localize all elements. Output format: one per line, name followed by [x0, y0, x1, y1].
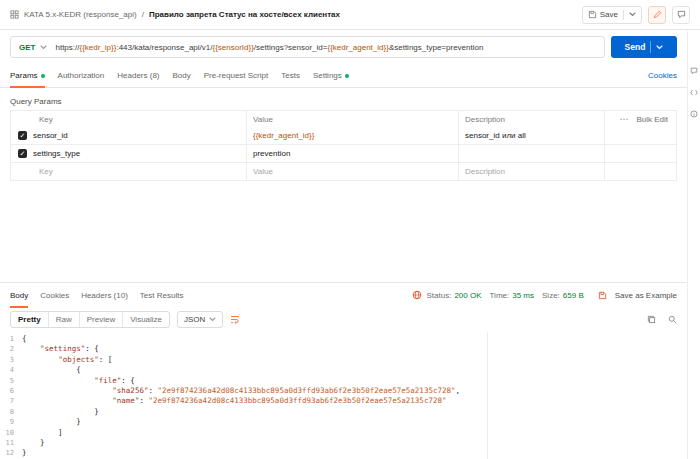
comments-button[interactable]: [672, 6, 690, 24]
edit-request-button[interactable]: [648, 6, 666, 24]
query-params-table: Key Value Description ⋯ Bulk Edit ✓senso…: [10, 110, 677, 181]
response-view-switcher: PrettyRawPreviewVisualize: [10, 311, 170, 328]
tab-label: Tests: [281, 71, 300, 80]
param-actions-cell: [605, 145, 676, 162]
param-actions-cell: [605, 163, 676, 180]
url-input[interactable]: https://{{kedr_ip}}:443/kata/response_ap…: [55, 43, 604, 52]
code-line: 1{: [0, 334, 687, 344]
send-label: Send: [625, 42, 646, 52]
save-example-icon: [598, 291, 607, 300]
tab-settings[interactable]: Settings: [313, 64, 349, 87]
line-number: 6: [0, 386, 22, 396]
response-header: BodyCookiesHeaders (10)Test Results Stat…: [0, 283, 687, 307]
time-label: Time:: [490, 291, 510, 300]
response-tabs: BodyCookiesHeaders (10)Test Results: [10, 283, 183, 307]
view-tab-pretty[interactable]: Pretty: [11, 312, 49, 327]
size-value: 659 B: [563, 291, 584, 300]
param-key-text: settings_type: [33, 149, 80, 158]
request-tabs: ParamsAuthorizationHeaders (8)BodyPre-re…: [10, 64, 349, 87]
method-select[interactable]: GET: [11, 43, 55, 52]
params-header-row: Key Value Description ⋯ Bulk Edit: [11, 111, 676, 127]
param-description-cell[interactable]: [459, 145, 605, 162]
url-text: &settings_type=prevention: [389, 43, 484, 52]
comment-icon: [690, 67, 698, 75]
code-line: 3 "objects": [: [0, 355, 687, 365]
view-tab-preview[interactable]: Preview: [80, 312, 123, 327]
save-button[interactable]: Save: [582, 6, 642, 24]
code-line: 2 "settings": {: [0, 344, 687, 354]
row-checkbox[interactable]: ✓: [18, 131, 27, 140]
line-number: 3: [0, 355, 22, 365]
param-value-cell[interactable]: prevention: [247, 145, 459, 162]
url-variable: {{sensorId}}: [212, 43, 253, 52]
send-button[interactable]: Send: [611, 36, 677, 58]
param-value-cell[interactable]: {{kedr_agent_id}}: [247, 127, 459, 144]
tab-authorization[interactable]: Authorization: [58, 64, 105, 87]
info-button[interactable]: [690, 110, 698, 118]
line-number: 11: [0, 438, 22, 448]
more-options-icon[interactable]: ⋯: [619, 115, 629, 124]
copy-icon[interactable]: [647, 315, 656, 324]
response-tab-body[interactable]: Body: [10, 283, 28, 307]
language-chevron-icon: [209, 317, 216, 322]
request-tabs-row: ParamsAuthorizationHeaders (8)BodyPre-re…: [0, 64, 687, 88]
column-header-description: Description: [459, 111, 605, 127]
tab-label: Settings: [313, 71, 342, 80]
language-select[interactable]: JSON: [177, 311, 223, 328]
tab-label: Authorization: [58, 71, 105, 80]
param-key-text: Key: [39, 167, 53, 176]
tab-body[interactable]: Body: [173, 64, 191, 87]
column-header-key: Key: [11, 111, 247, 127]
line-number: 10: [0, 428, 22, 438]
collection-grid-icon: [10, 10, 19, 19]
breadcrumb-collection[interactable]: KATA 5.x-KEDR (response_api): [24, 10, 137, 19]
response-tab-cookies[interactable]: Cookies: [40, 283, 69, 307]
param-key-cell[interactable]: Key: [11, 163, 247, 180]
save-chevron-icon[interactable]: [629, 12, 636, 17]
url-text: https://: [55, 43, 79, 52]
tab-headers-8[interactable]: Headers (8): [117, 64, 159, 87]
query-params-title: Query Params: [0, 88, 700, 110]
response-tab-headers-10[interactable]: Headers (10): [81, 283, 128, 307]
line-number: 12: [0, 448, 22, 458]
code-snippet-button[interactable]: [690, 89, 698, 96]
save-as-example-button[interactable]: Save as Example: [598, 291, 677, 300]
toolbar-right-actions: [647, 315, 677, 324]
bulk-edit-link[interactable]: Bulk Edit: [636, 115, 668, 124]
network-info-icon[interactable]: [412, 290, 422, 300]
param-description-cell[interactable]: Description: [459, 163, 605, 180]
wrap-text-icon[interactable]: [230, 315, 240, 324]
status-value: 200 OK: [454, 291, 481, 300]
response-body-editor[interactable]: 1{2 "settings": {3 "objects": [4 {5 "fil…: [0, 332, 687, 459]
param-key-cell[interactable]: ✓settings_type: [11, 145, 247, 162]
param-description-cell[interactable]: sensor_id или all: [459, 127, 605, 144]
tab-label: Pre-request Script: [204, 71, 268, 80]
response-toolbar: PrettyRawPreviewVisualize JSON: [0, 307, 687, 332]
response-tab-test-results[interactable]: Test Results: [140, 283, 184, 307]
line-number: 1: [0, 334, 22, 344]
line-number: 8: [0, 407, 22, 417]
param-row: ✓sensor_id{{kedr_agent_id}}sensor_id или…: [11, 127, 676, 144]
row-checkbox[interactable]: ✓: [18, 149, 27, 158]
postman-request-window: KATA 5.x-KEDR (response_api) / Правило з…: [0, 0, 700, 459]
search-icon[interactable]: [668, 315, 677, 324]
view-tab-raw[interactable]: Raw: [49, 312, 80, 327]
tab-params[interactable]: Params: [10, 64, 45, 87]
param-value-cell[interactable]: Value: [247, 163, 459, 180]
time-value: 35 ms: [512, 291, 534, 300]
url-text: :443/kata/response_api/v1/: [116, 43, 212, 52]
param-key-cell[interactable]: ✓sensor_id: [11, 127, 247, 144]
comments-rail-button[interactable]: [690, 67, 698, 75]
line-number: 4: [0, 365, 22, 375]
tab-pre-request-script[interactable]: Pre-request Script: [204, 64, 268, 87]
param-key-text: sensor_id: [33, 131, 68, 140]
cookies-link[interactable]: Cookies: [648, 71, 677, 80]
save-divider: [623, 10, 624, 20]
view-tab-visualize[interactable]: Visualize: [123, 312, 169, 327]
language-value: JSON: [184, 315, 205, 324]
tab-tests[interactable]: Tests: [281, 64, 300, 87]
code-line: 5 "file": {: [0, 376, 687, 386]
method-chevron-icon: [40, 45, 47, 50]
url-text: /settings?sensor_id=: [254, 43, 328, 52]
send-chevron-icon[interactable]: [656, 45, 663, 50]
